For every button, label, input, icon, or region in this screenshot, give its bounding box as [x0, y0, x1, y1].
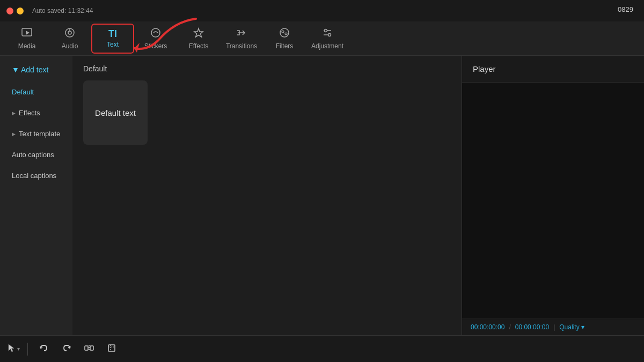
- tab-adjustment[interactable]: Adjustment: [306, 24, 349, 54]
- player-time-divider: /: [509, 323, 510, 331]
- redo-icon: [62, 343, 71, 355]
- main-layout: ▼ Add text Default ▶ Effects ▶ Text temp…: [0, 56, 644, 335]
- player-controls: 00:00:00:00 / 00:00:00:00 | Quality ▾: [462, 319, 644, 335]
- player-quality-selector[interactable]: Quality ▾: [559, 323, 584, 331]
- sidebar-effects-label: Effects: [19, 109, 40, 117]
- tab-media-label: Media: [18, 42, 36, 50]
- svg-point-8: [285, 33, 287, 35]
- cursor-tool[interactable]: ▾: [8, 343, 20, 355]
- player-area: Player 00:00:00:00 / 00:00:00:00 | Quali…: [462, 56, 644, 335]
- close-button[interactable]: [6, 8, 13, 14]
- top-bar: Auto saved: 11:32:44 0829: [0, 0, 644, 21]
- text-cards: Default text: [83, 80, 451, 145]
- svg-point-3: [68, 31, 71, 34]
- filters-icon: [279, 27, 290, 40]
- tab-transitions[interactable]: Transitions: [220, 24, 263, 54]
- sidebar-item-auto-captions[interactable]: Auto captions: [4, 145, 68, 164]
- svg-point-7: [282, 31, 284, 33]
- undo-icon: [39, 343, 49, 355]
- svg-marker-1: [26, 31, 30, 35]
- tab-stickers[interactable]: Stickers: [134, 24, 177, 54]
- cursor-caret-icon: ▾: [17, 346, 20, 352]
- player-viewport: [462, 83, 644, 319]
- stickers-icon: [150, 27, 162, 40]
- tab-stickers-label: Stickers: [144, 42, 167, 50]
- svg-rect-13: [85, 346, 88, 350]
- content-area: Default Default text: [72, 56, 462, 335]
- tab-audio[interactable]: Audio: [48, 24, 91, 54]
- svg-point-6: [280, 28, 289, 37]
- add-text-label: ▼ Add text: [12, 65, 48, 74]
- text-template-arrow-icon: ▶: [12, 131, 16, 137]
- tab-text-label: Text: [107, 41, 119, 48]
- sidebar-item-effects[interactable]: ▶ Effects: [4, 104, 68, 122]
- sidebar-text-template-label: Text template: [19, 130, 60, 138]
- section-title: Default: [83, 64, 451, 73]
- bottom-toolbar: ▾: [0, 335, 644, 362]
- audio-icon: [64, 27, 76, 40]
- adjustment-icon: [321, 27, 333, 40]
- text-icon: TI: [108, 29, 117, 39]
- tab-filters-label: Filters: [276, 42, 294, 50]
- sidebar: ▼ Add text Default ▶ Effects ▶ Text temp…: [0, 56, 72, 335]
- add-text-button[interactable]: ▼ Add text: [4, 61, 68, 78]
- media-icon: [21, 27, 33, 40]
- undo-button[interactable]: [35, 341, 53, 358]
- tab-adjustment-label: Adjustment: [311, 42, 343, 50]
- svg-rect-14: [90, 346, 93, 350]
- traffic-lights: [6, 8, 24, 14]
- crop-button[interactable]: [103, 341, 120, 358]
- effects-arrow-icon: ▶: [12, 110, 16, 116]
- default-text-label: Default text: [95, 108, 136, 117]
- split-button[interactable]: [80, 341, 98, 358]
- sidebar-item-default[interactable]: Default: [4, 83, 68, 101]
- effects-icon: [193, 27, 204, 40]
- sidebar-item-local-captions[interactable]: Local captions: [4, 166, 68, 185]
- tab-effects-label: Effects: [189, 42, 208, 50]
- default-text-card[interactable]: Default text: [83, 80, 148, 145]
- tab-bar: Media Audio TI Text Stickers: [0, 21, 644, 56]
- svg-point-12: [328, 34, 331, 36]
- svg-rect-16: [108, 345, 115, 351]
- tab-transitions-label: Transitions: [226, 42, 257, 50]
- sidebar-item-text-template[interactable]: ▶ Text template: [4, 124, 68, 143]
- version-number: 0829: [618, 5, 633, 13]
- tab-filters[interactable]: Filters: [263, 24, 306, 54]
- tab-effects[interactable]: Effects: [177, 24, 220, 54]
- player-time-current: 00:00:00:00: [471, 323, 504, 331]
- sidebar-default-label: Default: [12, 88, 34, 96]
- transitions-icon: [236, 27, 247, 40]
- split-icon: [84, 343, 94, 355]
- auto-saved-label: Auto saved: 11:32:44: [32, 7, 93, 14]
- crop-icon: [107, 343, 116, 355]
- sidebar-auto-captions-label: Auto captions: [12, 151, 54, 159]
- tab-audio-label: Audio: [62, 42, 78, 50]
- toolbar-separator-1: [27, 343, 28, 356]
- cursor-icon: [8, 343, 16, 355]
- player-title: Player: [462, 56, 644, 83]
- redo-button[interactable]: [58, 341, 75, 358]
- player-time-total: 00:00:00:00: [515, 323, 549, 331]
- svg-point-11: [325, 29, 327, 32]
- svg-point-5: [151, 28, 160, 37]
- minimize-button[interactable]: [17, 8, 24, 14]
- tab-text[interactable]: TI Text: [91, 24, 134, 54]
- tab-media[interactable]: Media: [5, 24, 48, 54]
- sidebar-local-captions-label: Local captions: [12, 172, 56, 180]
